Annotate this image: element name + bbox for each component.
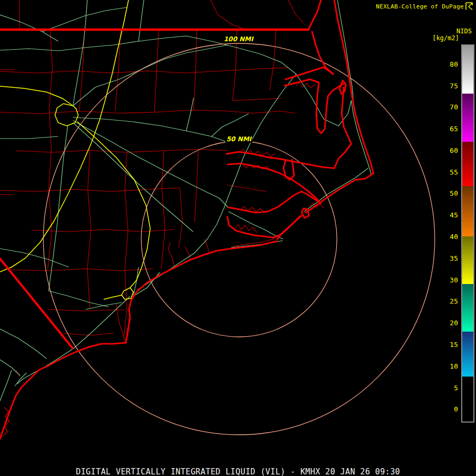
colorbar-segment [462,94,473,142]
interstate-lines [0,0,150,299]
ring-label-50nmi: 50 NMI [225,135,252,143]
county-lines [0,0,324,436]
colorbar-tick: 15 [434,341,458,349]
colorbar-tick: 55 [434,168,458,176]
ring-label-100nmi: 100 NMI [223,35,254,43]
product-title: DIGITAL VERTICALLY INTEGRATED LIQUID (VI… [0,467,476,476]
colorbar [461,44,474,423]
colorbar-tick: 10 [434,362,458,370]
colorbar-tick: 35 [434,254,458,262]
range-rings [43,43,435,435]
colorbar-segment [462,377,473,422]
colorbar-segment [462,45,473,94]
colorbar-tick: 5 [434,384,458,392]
colorbar-units: [kg/m2] [432,34,459,42]
radar-display: 100 NMI 50 NMI NEXLAB-College of DuPage … [0,0,476,476]
ring-50nmi [141,141,337,337]
coastline [0,0,373,439]
colorbar-tick: 70 [434,103,458,111]
source-attribution: NEXLAB-College of DuPage [376,3,464,10]
colorbar-tick: 75 [434,82,458,90]
map-svg [0,0,476,476]
colorbar-segment [462,142,473,186]
colorbar-segment [462,236,473,284]
colorbar-tick: 20 [434,319,458,327]
colorbar-segment [462,186,473,236]
colorbar-tick: 25 [434,297,458,305]
cod-logo-icon [465,2,473,11]
colorbar-tick: 40 [434,233,458,241]
colorbar-tick: 45 [434,211,458,219]
colorbar-tick: 30 [434,276,458,284]
colorbar-tick: 65 [434,125,458,133]
colorbar-tick: 0 [434,405,458,413]
colorbar-title: NIDS [456,28,472,35]
colorbar-tick: 50 [434,189,458,197]
ring-100nmi [43,43,435,435]
colorbar-tick: 60 [434,147,458,154]
colorbar-tick: 80 [434,60,458,68]
colorbar-segment [462,332,473,377]
colorbar-segment [462,284,473,332]
